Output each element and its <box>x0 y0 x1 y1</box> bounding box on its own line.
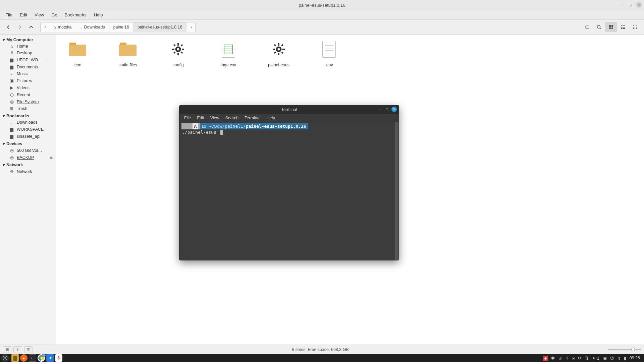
menu-bookmarks[interactable]: Bookmarks <box>61 11 90 19</box>
tray-battery-icon[interactable]: ▮ <box>624 356 626 361</box>
zoom-slider[interactable] <box>608 349 641 350</box>
tray-transfer-icon[interactable]: ⇅ <box>585 356 589 361</box>
sidebar-item-pictures[interactable]: ▣Pictures <box>0 77 56 84</box>
tray-sound-icon[interactable]: ♫ <box>617 356 621 361</box>
sidebar-group-bookmarks[interactable]: ▾Bookmarks <box>0 112 56 119</box>
tray-bluetooth-icon[interactable]: ᚼ <box>566 356 569 361</box>
start-menu-button[interactable] <box>1 354 9 362</box>
svg-rect-25 <box>182 49 184 50</box>
breadcrumb-current[interactable]: painel-esus-setup1.0.16 <box>133 22 186 32</box>
svg-rect-27 <box>180 51 183 54</box>
tray-clipboard-icon[interactable]: ⎘ <box>572 356 575 361</box>
svg-rect-22 <box>177 43 179 46</box>
sidebar-item-videos[interactable]: ▶Videos <box>0 84 56 91</box>
terminal-window[interactable]: Terminal — ▢ ✕ File Edit View Search Ter… <box>179 105 399 260</box>
tray-display-icon[interactable]: ▣ <box>603 356 607 361</box>
mint-icon <box>3 356 7 360</box>
breadcrumb-downloads[interactable]: ↓ Downloads <box>76 22 109 32</box>
view-icons-button[interactable] <box>605 22 617 32</box>
nav-forward-button[interactable] <box>14 22 25 32</box>
tray-slack-icon[interactable]: ✱ <box>551 356 555 361</box>
window-maximize-button[interactable]: ▢ <box>627 2 633 8</box>
show-hidden-button[interactable]: ▤ <box>3 346 11 353</box>
sidebar-item-desktop[interactable]: 🖥Desktop <box>0 50 56 56</box>
terminal-menu-edit[interactable]: Edit <box>194 115 207 121</box>
taskbar-app-firefox[interactable]: ● <box>20 354 28 362</box>
terminal-menu-search[interactable]: Search <box>223 115 241 121</box>
sidebar-item-bm-workspace[interactable]: ▆WORKSPACE <box>0 126 56 133</box>
sidebar-item-dev-500gb[interactable]: ◎500 GB Vol… <box>0 147 56 154</box>
nav-up-button[interactable] <box>25 22 37 32</box>
nav-back-button[interactable] <box>3 22 14 32</box>
breadcrumb-prev-button[interactable]: ‹ <box>41 22 49 32</box>
sidebar-group-devices[interactable]: ▾Devices <box>0 140 56 147</box>
sidebar-item-label: 500 GB Vol… <box>17 148 42 153</box>
tray-notify-icon[interactable]: ✦ 1 <box>592 356 599 361</box>
file-item-folder-static[interactable]: static-files <box>113 39 143 67</box>
file-item-env[interactable]: .env <box>314 39 344 67</box>
taskbar-app-terminal[interactable]: ›_ <box>29 354 36 362</box>
dual-pane-button[interactable]: ◫ <box>24 346 33 353</box>
tray-shield-icon[interactable]: ⛨ <box>558 356 562 361</box>
sidebar-item-dev-backup[interactable]: ◎BACKUP⏏ <box>0 154 56 161</box>
terminal-menu-terminal[interactable]: Terminal <box>242 115 263 121</box>
svg-rect-17 <box>635 28 635 29</box>
window-minimize-button[interactable]: — <box>619 2 625 8</box>
sidebar-group-network[interactable]: ▾Network <box>0 161 56 168</box>
terminal-menu-file[interactable]: File <box>181 115 194 121</box>
tree-view-button[interactable]: 1: <box>13 346 22 353</box>
menu-edit[interactable]: Edit <box>16 11 31 19</box>
view-compact-button[interactable] <box>629 22 641 32</box>
toggle-location-button[interactable] <box>581 22 593 32</box>
breadcrumb-painel16[interactable]: painel16 <box>109 22 133 32</box>
view-list-button[interactable] <box>617 22 629 32</box>
tray-network-icon[interactable]: ⌬ <box>610 356 614 361</box>
file-item-folder-icon[interactable]: icon <box>62 39 93 67</box>
terminal-close-button[interactable]: ✕ <box>391 107 397 112</box>
tray-clock[interactable]: 09:26 <box>630 356 640 360</box>
breadcrumb-next-button[interactable]: › <box>186 22 195 32</box>
toolbar-right <box>581 22 641 32</box>
terminal-scrollbar[interactable] <box>395 122 398 260</box>
chevron-down-icon: ▾ <box>3 37 5 42</box>
sidebar-item-bm-sinasefe[interactable]: ▆sinasefe_api <box>0 133 56 140</box>
terminal-body[interactable]: Λ🗁 ~/Dow/painel1/painel-esus-setup1.0.16… <box>179 122 399 260</box>
svg-rect-37 <box>281 44 283 46</box>
terminal-titlebar[interactable]: Terminal — ▢ ✕ <box>179 105 399 114</box>
breadcrumb-home[interactable]: ⌂ motoka <box>49 22 76 32</box>
sidebar-item-ufop[interactable]: ▆UFOP_WO… <box>0 56 56 63</box>
taskbar-app-slack[interactable] <box>55 354 62 362</box>
taskbar-app-chrome[interactable]: 3 <box>38 354 45 362</box>
sidebar-item-music[interactable]: ♪Music <box>0 70 56 77</box>
menu-help[interactable]: Help <box>91 11 106 19</box>
search-button[interactable] <box>593 22 605 32</box>
svg-rect-45 <box>58 358 59 360</box>
eject-icon[interactable]: ⏏ <box>49 155 53 160</box>
tray-update-icon[interactable]: ⟳ <box>578 356 582 361</box>
terminal-maximize-button[interactable]: ▢ <box>384 107 389 112</box>
sidebar-item-network[interactable]: ⊕Network <box>0 168 56 175</box>
sidebar-item-recent[interactable]: ◷Recent <box>0 91 56 98</box>
svg-rect-9 <box>623 27 625 27</box>
file-item-painel-esus[interactable]: painel-esus <box>264 39 294 67</box>
tray-anydesk-icon[interactable]: ◈ <box>543 356 548 361</box>
sidebar-item-trash[interactable]: 🗑Trash <box>0 105 56 112</box>
terminal-menu-help[interactable]: Help <box>264 115 278 121</box>
sidebar-item-home[interactable]: ⌂Home <box>0 43 56 50</box>
menu-file[interactable]: File <box>2 11 16 19</box>
svg-rect-23 <box>177 53 179 55</box>
spreadsheet-icon <box>222 41 235 58</box>
terminal-menu-view[interactable]: View <box>208 115 222 121</box>
sidebar-item-documents[interactable]: ▆Documents <box>0 63 56 70</box>
sidebar-group-my-computer[interactable]: ▾My Computer <box>0 36 56 43</box>
file-item-ibge-csv[interactable]: ibge.csv <box>213 39 244 67</box>
menu-go[interactable]: Go <box>48 11 60 19</box>
sidebar-item-bm-downloads[interactable]: ↓Downloads <box>0 119 56 126</box>
file-item-config[interactable]: config <box>163 39 193 67</box>
window-close-button[interactable]: ✕ <box>636 2 642 8</box>
sidebar-item-filesystem[interactable]: ◎File System <box>0 98 56 105</box>
menu-view[interactable]: View <box>31 11 47 19</box>
terminal-minimize-button[interactable]: — <box>377 107 382 112</box>
taskbar-app-files[interactable]: ▇ <box>11 354 19 362</box>
taskbar-app-vscode[interactable]: ⧩ <box>46 354 54 362</box>
